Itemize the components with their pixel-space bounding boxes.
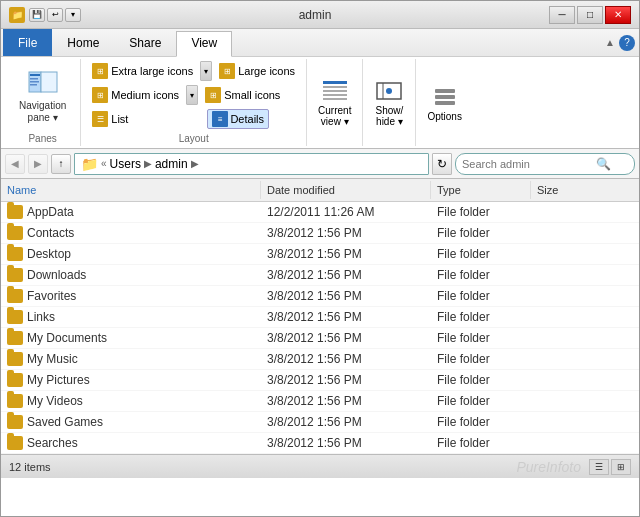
path-users[interactable]: Users xyxy=(110,157,141,171)
window-controls: ─ □ ✕ xyxy=(549,6,631,24)
table-row[interactable]: My Documents 3/8/2012 1:56 PM File folde… xyxy=(1,328,639,349)
file-date-cell: 3/8/2012 1:56 PM xyxy=(261,223,431,243)
file-date-cell: 3/8/2012 1:56 PM xyxy=(261,349,431,369)
svg-rect-1 xyxy=(41,72,57,92)
file-type-cell: File folder xyxy=(431,223,531,243)
help-button[interactable]: ? xyxy=(619,35,635,51)
file-type-cell: File folder xyxy=(431,244,531,264)
file-name-cell: Searches xyxy=(1,433,261,453)
search-icon[interactable]: 🔍 xyxy=(596,157,611,171)
svg-point-13 xyxy=(386,88,392,94)
file-name-cell: Contacts xyxy=(1,223,261,243)
back-button[interactable]: ◀ xyxy=(5,154,25,174)
medium-icons-btn[interactable]: ⊞ Medium icons xyxy=(87,85,184,105)
folder-icon xyxy=(7,394,23,408)
col-header-name[interactable]: Name xyxy=(1,181,261,199)
ribbon-content: Navigationpane ▾ Panes ⊞ Extra large ico… xyxy=(1,57,639,149)
navigation-pane-label: Navigationpane ▾ xyxy=(19,100,66,124)
tab-view[interactable]: View xyxy=(176,31,232,57)
file-name-cell: Favorites xyxy=(1,286,261,306)
file-size-cell xyxy=(531,244,611,264)
col-header-type[interactable]: Type xyxy=(431,181,531,199)
table-row[interactable]: Saved Games 3/8/2012 1:56 PM File folder xyxy=(1,412,639,433)
app-icon: 📁 xyxy=(9,7,25,23)
layout-row-1: ⊞ Extra large icons ▾ ⊞ Large icons xyxy=(87,61,300,81)
table-row[interactable]: Searches 3/8/2012 1:56 PM File folder xyxy=(1,433,639,454)
table-row[interactable]: My Music 3/8/2012 1:56 PM File folder xyxy=(1,349,639,370)
layout-row-3: ☰ List ≡ Details xyxy=(87,109,300,129)
small-icons-btn[interactable]: ⊞ Small icons xyxy=(200,85,285,105)
save-mini-btn[interactable]: 💾 xyxy=(29,8,45,22)
layout-dropdown-1[interactable]: ▾ xyxy=(200,61,212,81)
folder-icon xyxy=(7,373,23,387)
minimize-button[interactable]: ─ xyxy=(549,6,575,24)
current-view-label: Currentview ▾ xyxy=(318,105,351,127)
path-chevron-1: « xyxy=(101,158,107,169)
path-folder-icon: 📁 xyxy=(81,156,98,172)
extra-large-icons-btn[interactable]: ⊞ Extra large icons xyxy=(87,61,198,81)
large-icons-btn[interactable]: ⊞ Large icons xyxy=(214,61,300,81)
file-name: Favorites xyxy=(27,289,76,303)
layout-dropdown-2[interactable]: ▾ xyxy=(186,85,198,105)
table-row[interactable]: Downloads 3/8/2012 1:56 PM File folder xyxy=(1,265,639,286)
col-header-date[interactable]: Date modified xyxy=(261,181,431,199)
panes-group: Navigationpane ▾ Panes xyxy=(5,59,81,146)
details-btn[interactable]: ≡ Details xyxy=(207,109,269,129)
table-row[interactable]: Contacts 3/8/2012 1:56 PM File folder xyxy=(1,223,639,244)
navigation-pane-button[interactable]: Navigationpane ▾ xyxy=(11,64,74,128)
ribbon-collapse-icon[interactable]: ▲ xyxy=(605,37,615,48)
table-row[interactable]: AppData 12/2/2011 11:26 AM File folder xyxy=(1,202,639,223)
file-name: Downloads xyxy=(27,268,86,282)
file-size-cell xyxy=(531,286,611,306)
file-type-cell: File folder xyxy=(431,349,531,369)
svg-rect-15 xyxy=(435,95,455,99)
small-icons-icon: ⊞ xyxy=(205,87,221,103)
current-view-icon xyxy=(321,77,349,105)
options-btn[interactable]: Options xyxy=(422,80,466,125)
forward-button[interactable]: ▶ xyxy=(28,154,48,174)
search-input[interactable] xyxy=(462,158,592,170)
tab-home[interactable]: Home xyxy=(52,31,114,56)
tab-share[interactable]: Share xyxy=(114,31,176,56)
table-row[interactable]: Links 3/8/2012 1:56 PM File folder xyxy=(1,307,639,328)
current-view-btn[interactable]: Currentview ▾ xyxy=(313,74,356,130)
file-date-cell: 3/8/2012 1:56 PM xyxy=(261,412,431,432)
file-list-header: Name Date modified Type Size xyxy=(1,179,639,202)
file-size-cell xyxy=(531,307,611,327)
folder-icon xyxy=(7,289,23,303)
address-path[interactable]: 📁 « Users ▶ admin ▶ xyxy=(74,153,429,175)
extra-large-icons-icon: ⊞ xyxy=(92,63,108,79)
file-name-cell: Desktop xyxy=(1,244,261,264)
path-admin[interactable]: admin xyxy=(155,157,188,171)
maximize-button[interactable]: □ xyxy=(577,6,603,24)
col-header-size[interactable]: Size xyxy=(531,181,611,199)
customize-mini-btn[interactable]: ▾ xyxy=(65,8,81,22)
details-view-toggle[interactable]: ☰ xyxy=(589,459,609,475)
table-row[interactable]: My Pictures 3/8/2012 1:56 PM File folder xyxy=(1,370,639,391)
table-row[interactable]: My Videos 3/8/2012 1:56 PM File folder xyxy=(1,391,639,412)
tiles-view-toggle[interactable]: ⊞ xyxy=(611,459,631,475)
status-bar: 12 items PureInfoto ☰ ⊞ xyxy=(1,454,639,478)
file-type-cell: File folder xyxy=(431,307,531,327)
file-type-cell: File folder xyxy=(431,328,531,348)
svg-rect-9 xyxy=(323,94,347,96)
show-hide-btn[interactable]: Show/hide ▾ xyxy=(369,74,409,130)
title-bar: 📁 💾 ↩ ▾ admin ─ □ ✕ xyxy=(1,1,639,29)
undo-mini-btn[interactable]: ↩ xyxy=(47,8,63,22)
table-row[interactable]: Desktop 3/8/2012 1:56 PM File folder xyxy=(1,244,639,265)
tab-file[interactable]: File xyxy=(3,29,52,56)
file-list: Name Date modified Type Size AppData 12/… xyxy=(1,179,639,454)
file-size-cell xyxy=(531,433,611,453)
close-button[interactable]: ✕ xyxy=(605,6,631,24)
refresh-button[interactable]: ↻ xyxy=(432,153,452,175)
up-button[interactable]: ↑ xyxy=(51,154,71,174)
file-name: Saved Games xyxy=(27,415,103,429)
svg-rect-8 xyxy=(323,90,347,92)
file-size-cell xyxy=(531,202,611,222)
table-row[interactable]: Favorites 3/8/2012 1:56 PM File folder xyxy=(1,286,639,307)
list-btn[interactable]: ☰ List xyxy=(87,109,133,129)
layout-row-2: ⊞ Medium icons ▾ ⊞ Small icons xyxy=(87,85,300,105)
file-size-cell xyxy=(531,223,611,243)
file-name-cell: Links xyxy=(1,307,261,327)
ribbon-right-controls: ▲ ? xyxy=(605,29,639,56)
